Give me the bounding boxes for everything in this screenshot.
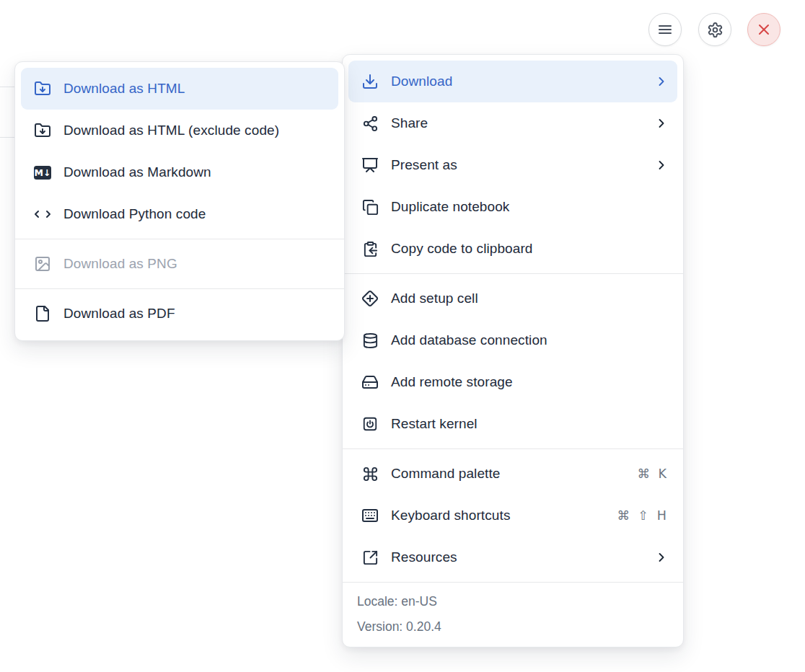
submenu-item-download-as-html[interactable]: Download as HTML — [21, 68, 338, 110]
submenu-item-label: Download as HTML — [63, 81, 330, 97]
menu-item-add-database-connection[interactable]: Add database connection — [348, 319, 677, 361]
submenu-separator — [15, 239, 344, 239]
chevron-right-icon — [654, 74, 669, 89]
power-square-icon — [361, 415, 379, 433]
code-icon — [34, 205, 51, 223]
external-link-icon — [361, 549, 379, 566]
command-icon — [361, 465, 379, 482]
close-button[interactable] — [747, 13, 780, 46]
menu-item-copy-code-to-clipboard[interactable]: Copy code to clipboard — [348, 228, 677, 270]
menu-item-label: Command palette — [391, 466, 630, 482]
submenu-item-download-as-png[interactable]: Download as PNG — [21, 243, 338, 285]
database-icon — [361, 332, 379, 349]
chevron-right-icon — [654, 158, 669, 172]
file-icon — [34, 305, 51, 322]
menu-item-label: Download — [391, 74, 647, 89]
background-divider — [0, 137, 14, 138]
version-text: Version: 0.20.4 — [343, 614, 683, 640]
markdown-icon: M↓ — [34, 164, 51, 181]
menu-item-duplicate-notebook[interactable]: Duplicate notebook — [348, 186, 677, 228]
submenu-item-label: Download as Markdown — [63, 164, 330, 180]
menu-item-label: Duplicate notebook — [391, 199, 669, 215]
folder-down-icon — [34, 80, 51, 97]
menu-item-label: Restart kernel — [391, 416, 669, 432]
submenu-item-label: Download as PNG — [63, 256, 330, 272]
hamburger-menu-button[interactable] — [648, 13, 682, 46]
markdown-badge: M↓ — [34, 166, 51, 180]
app-background: Download as HTML Download as HTML (exclu… — [0, 0, 805, 672]
gear-icon — [707, 22, 723, 38]
menu-item-add-setup-cell[interactable]: Add setup cell — [348, 278, 677, 319]
share-icon — [361, 115, 379, 132]
submenu-item-label: Download as HTML (exclude code) — [63, 123, 330, 138]
keyboard-icon — [361, 507, 379, 524]
download-icon — [361, 73, 379, 90]
menu-item-label: Resources — [391, 549, 647, 565]
hamburger-icon — [656, 21, 674, 38]
menu-item-label: Copy code to clipboard — [391, 241, 669, 257]
menu-item-share[interactable]: Share — [348, 102, 677, 144]
menu-item-command-palette[interactable]: Command palette ⌘ K — [348, 453, 677, 495]
menu-footer: Locale: en-US Version: 0.20.4 — [343, 582, 683, 647]
copy-icon — [361, 198, 379, 216]
menu-item-label: Keyboard shortcuts — [391, 508, 610, 523]
menu-item-restart-kernel[interactable]: Restart kernel — [348, 403, 677, 445]
menu-item-label: Add setup cell — [391, 291, 669, 306]
menu-item-label: Add database connection — [391, 332, 669, 348]
menu-item-present-as[interactable]: Present as — [348, 144, 677, 186]
submenu-item-download-python-code[interactable]: Download Python code — [21, 193, 338, 235]
submenu-item-download-as-markdown[interactable]: M↓ Download as Markdown — [21, 151, 338, 193]
settings-button[interactable] — [698, 13, 731, 46]
locale-text: Locale: en-US — [343, 589, 683, 614]
menu-item-label: Present as — [391, 157, 647, 173]
hard-drive-icon — [361, 373, 379, 391]
submenu-item-label: Download Python code — [63, 206, 330, 222]
menu-item-keyboard-shortcuts[interactable]: Keyboard shortcuts ⌘ ⇧ H — [348, 495, 677, 536]
shortcut-command-k: ⌘ K — [637, 467, 669, 481]
download-submenu: Download as HTML Download as HTML (exclu… — [14, 61, 345, 341]
menu-separator — [343, 448, 683, 449]
shortcut-command-shift-h: ⌘ ⇧ H — [617, 508, 669, 523]
folder-down-icon — [34, 122, 51, 139]
chevron-right-icon — [654, 550, 669, 565]
menu-item-label: Share — [391, 115, 647, 131]
submenu-item-download-as-pdf[interactable]: Download as PDF — [21, 293, 338, 335]
diamond-plus-icon — [361, 290, 379, 307]
image-icon — [34, 255, 51, 273]
menu-item-label: Add remote storage — [391, 374, 669, 390]
presentation-icon — [361, 156, 379, 174]
chevron-right-icon — [654, 116, 669, 131]
menu-item-download[interactable]: Download — [348, 61, 677, 102]
notebook-actions-menu: Download Share Present as — [342, 54, 684, 647]
submenu-item-label: Download as PDF — [63, 306, 330, 322]
background-divider — [0, 87, 14, 87]
submenu-item-download-as-html-exclude-code[interactable]: Download as HTML (exclude code) — [21, 110, 338, 151]
clipboard-copy-icon — [361, 240, 379, 257]
submenu-separator — [15, 288, 344, 289]
close-icon — [755, 21, 773, 38]
menu-item-resources[interactable]: Resources — [348, 536, 677, 578]
menu-item-add-remote-storage[interactable]: Add remote storage — [348, 361, 677, 403]
menu-separator — [343, 273, 683, 274]
